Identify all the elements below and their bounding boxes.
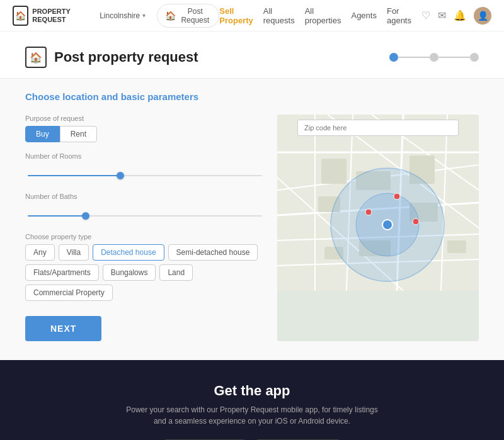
prop-flats[interactable]: Flats/Apartments [25, 264, 99, 281]
logo-icon: 🏠 [13, 6, 28, 26]
mail-icon[interactable]: ✉ [438, 9, 446, 21]
main-content: Choose location and basic parameters Pur… [0, 79, 504, 360]
page-header: 🏠 Post property request [0, 31, 504, 79]
baths-thumb[interactable] [82, 212, 89, 220]
nav-sell-property[interactable]: Sell Property [219, 6, 253, 25]
svg-point-23 [382, 220, 392, 230]
post-request-button[interactable]: 🏠 Post Request [157, 4, 219, 28]
location-text: Lincolnshire [100, 11, 140, 20]
heart-icon[interactable]: ♡ [421, 9, 430, 21]
svg-rect-13 [321, 159, 346, 184]
rooms-track [28, 175, 262, 176]
step-2-dot [430, 53, 438, 62]
map-container[interactable] [277, 115, 479, 341]
svg-point-24 [394, 193, 400, 200]
nav-agents[interactable]: Agents [351, 11, 376, 20]
svg-point-26 [413, 218, 419, 225]
property-type-grid: Any Villa Detached house Semi-detached h… [25, 244, 265, 301]
zip-code-input[interactable] [297, 120, 459, 136]
step-line-1 [398, 57, 430, 58]
rooms-label: Number of Rooms [25, 152, 265, 160]
section-title: Choose location and basic parameters [25, 91, 479, 102]
nav-for-agents[interactable]: For agents [387, 6, 411, 25]
baths-fill [28, 215, 86, 217]
purpose-label: Purpose of request [25, 115, 265, 122]
bell-icon[interactable]: 🔔 [454, 9, 466, 21]
chevron-down-icon: ▾ [142, 12, 146, 19]
logo-text: PROPERTY REQUEST [32, 8, 88, 23]
rooms-slider[interactable] [25, 164, 265, 183]
svg-point-25 [365, 209, 372, 215]
step-1-dot [389, 53, 398, 62]
baths-slider[interactable] [25, 204, 265, 223]
footer-cta: Get the app Power your search with our P… [0, 360, 504, 440]
footer-cta-description: Power your search with our Property Requ… [126, 404, 378, 427]
page-title-icon: 🏠 [25, 47, 47, 68]
baths-track [28, 215, 262, 217]
form-map-row: Purpose of request Buy Rent Number of Ro… [25, 115, 479, 341]
prop-commercial[interactable]: Commercial Property [25, 285, 113, 301]
map-svg [277, 115, 479, 291]
post-request-label: Post Request [179, 7, 211, 25]
baths-label: Number of Baths [25, 193, 265, 200]
rooms-field: Number of Rooms [25, 152, 265, 183]
header-icons: ♡ ✉ 🔔 👤 [421, 7, 491, 25]
property-type-label: Choose property type [25, 233, 265, 240]
prop-detached[interactable]: Detached house [93, 244, 164, 261]
buy-button[interactable]: Buy [25, 126, 60, 142]
location-selector[interactable]: Lincolnshire ▾ [94, 9, 151, 23]
property-type-field: Choose property type Any Villa Detached … [25, 233, 265, 301]
prop-land[interactable]: Land [159, 264, 193, 281]
step-3-dot [470, 53, 479, 62]
form-side: Purpose of request Buy Rent Number of Ro… [25, 115, 265, 341]
prop-any[interactable]: Any [25, 244, 55, 261]
rent-button[interactable]: Rent [60, 126, 97, 142]
footer-cta-title: Get the app [25, 383, 479, 399]
prop-villa[interactable]: Villa [59, 244, 89, 261]
next-button[interactable]: NEXT [25, 316, 101, 341]
progress-steps [389, 53, 479, 62]
logo[interactable]: 🏠 PROPERTY REQUEST [13, 6, 88, 26]
svg-rect-20 [447, 240, 466, 253]
prop-bungalows[interactable]: Bungalows [103, 264, 156, 281]
post-request-icon: 🏠 [165, 11, 176, 21]
rooms-fill [28, 175, 122, 176]
next-btn-area: NEXT [25, 316, 265, 341]
avatar[interactable]: 👤 [474, 7, 491, 25]
page-title-area: 🏠 Post property request [25, 47, 379, 68]
page-title: Post property request [54, 49, 198, 65]
step-line-2 [438, 57, 470, 58]
header: 🏠 PROPERTY REQUEST Lincolnshire ▾ 🏠 Post… [0, 0, 504, 31]
main-nav: Sell Property All requests All propertie… [219, 6, 411, 25]
prop-semi-detached[interactable]: Semi-detached house [168, 244, 258, 261]
purpose-btn-group: Buy Rent [25, 126, 265, 142]
map-side [277, 115, 479, 341]
rooms-thumb[interactable] [117, 172, 124, 179]
purpose-field: Purpose of request Buy Rent [25, 115, 265, 142]
baths-field: Number of Baths [25, 193, 265, 223]
nav-all-requests[interactable]: All requests [263, 6, 295, 25]
nav-all-properties[interactable]: All properties [305, 6, 341, 25]
